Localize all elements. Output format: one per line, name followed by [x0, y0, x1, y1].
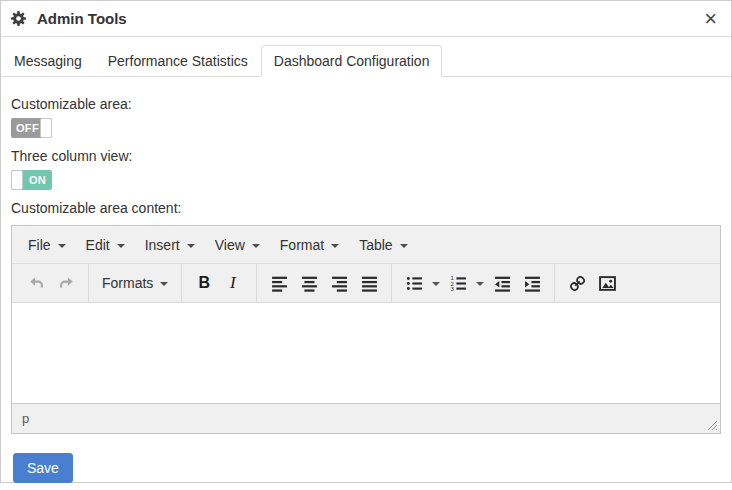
undo-button[interactable]: [21, 269, 51, 297]
element-path: p: [22, 411, 29, 426]
align-right-icon: [331, 275, 348, 292]
customizable-area-label: Customizable area:: [11, 96, 721, 112]
admin-tools-dialog: Admin Tools × Messaging Performance Stat…: [0, 0, 732, 483]
indent-button[interactable]: [517, 269, 547, 297]
tab-messaging[interactable]: Messaging: [1, 45, 95, 77]
align-right-button[interactable]: [324, 269, 354, 297]
image-button[interactable]: [592, 269, 622, 297]
align-center-icon: [301, 275, 318, 292]
list-indent-group: 1 2 3: [391, 264, 554, 302]
save-button[interactable]: Save: [13, 453, 73, 483]
alignment-group: [256, 264, 391, 302]
editor-menubar: File Edit Insert View Format Table: [12, 226, 720, 264]
redo-icon: [58, 275, 75, 292]
resize-grip-icon[interactable]: [706, 419, 718, 431]
image-icon: [599, 275, 616, 292]
link-icon: [569, 275, 586, 292]
numbered-list-caret[interactable]: [473, 269, 487, 297]
editor-toolbar: Formats B I: [12, 264, 720, 303]
tab-dashboard-configuration[interactable]: Dashboard Configuration: [261, 45, 443, 77]
history-group: [14, 264, 88, 302]
align-left-button[interactable]: [264, 269, 294, 297]
toggle-knob: [40, 118, 52, 138]
menu-edit[interactable]: Edit: [76, 226, 135, 263]
dialog-header: Admin Tools ×: [1, 1, 731, 37]
chevron-down-icon: [160, 282, 168, 286]
close-icon[interactable]: ×: [704, 10, 717, 28]
chevron-down-icon: [476, 282, 484, 286]
formats-group: Formats: [88, 264, 181, 302]
align-center-button[interactable]: [294, 269, 324, 297]
svg-text:3: 3: [450, 285, 454, 291]
chevron-down-icon: [187, 244, 195, 248]
numbered-list-icon: 1 2 3: [450, 275, 467, 292]
align-justify-icon: [361, 275, 378, 292]
three-column-view-toggle[interactable]: ON: [11, 170, 52, 190]
tab-panel-dashboard-configuration: Customizable area: OFF Three column view…: [1, 96, 731, 483]
numbered-list-button[interactable]: 1 2 3: [443, 269, 473, 297]
toggle-knob: [11, 170, 23, 190]
chevron-down-icon: [117, 244, 125, 248]
indent-icon: [524, 275, 541, 292]
chevron-down-icon: [331, 244, 339, 248]
customizable-area-content-label: Customizable area content:: [11, 200, 721, 216]
undo-icon: [28, 275, 45, 292]
chevron-down-icon: [252, 244, 260, 248]
dialog-title: Admin Tools: [37, 10, 127, 27]
align-left-icon: [271, 275, 288, 292]
menu-table[interactable]: Table: [349, 226, 417, 263]
outdent-icon: [494, 275, 511, 292]
menu-format[interactable]: Format: [270, 226, 349, 263]
tab-bar: Messaging Performance Statistics Dashboa…: [1, 37, 731, 77]
editor-statusbar: p: [12, 403, 720, 433]
bold-button[interactable]: B: [189, 269, 219, 297]
bullet-list-caret[interactable]: [429, 269, 443, 297]
menu-view[interactable]: View: [205, 226, 270, 263]
tab-performance-statistics[interactable]: Performance Statistics: [95, 45, 261, 77]
align-justify-button[interactable]: [354, 269, 384, 297]
gear-icon: [10, 10, 27, 27]
bullet-list-button[interactable]: [399, 269, 429, 297]
formats-dropdown[interactable]: Formats: [96, 269, 174, 297]
chevron-down-icon: [432, 282, 440, 286]
chevron-down-icon: [58, 244, 66, 248]
rich-text-editor: File Edit Insert View Format Table: [11, 225, 721, 434]
toggle-state-label: OFF: [16, 118, 39, 138]
customizable-area-toggle[interactable]: OFF: [11, 118, 52, 138]
editor-content-area[interactable]: [12, 303, 720, 403]
chevron-down-icon: [400, 244, 408, 248]
italic-button[interactable]: I: [219, 269, 249, 297]
bullet-list-icon: [406, 275, 423, 292]
link-button[interactable]: [562, 269, 592, 297]
three-column-view-label: Three column view:: [11, 148, 721, 164]
redo-button[interactable]: [51, 269, 81, 297]
outdent-button[interactable]: [487, 269, 517, 297]
text-style-group: B I: [181, 264, 256, 302]
toggle-state-label: ON: [29, 170, 46, 190]
menu-insert[interactable]: Insert: [135, 226, 205, 263]
insert-group: [554, 264, 629, 302]
menu-file[interactable]: File: [18, 226, 76, 263]
